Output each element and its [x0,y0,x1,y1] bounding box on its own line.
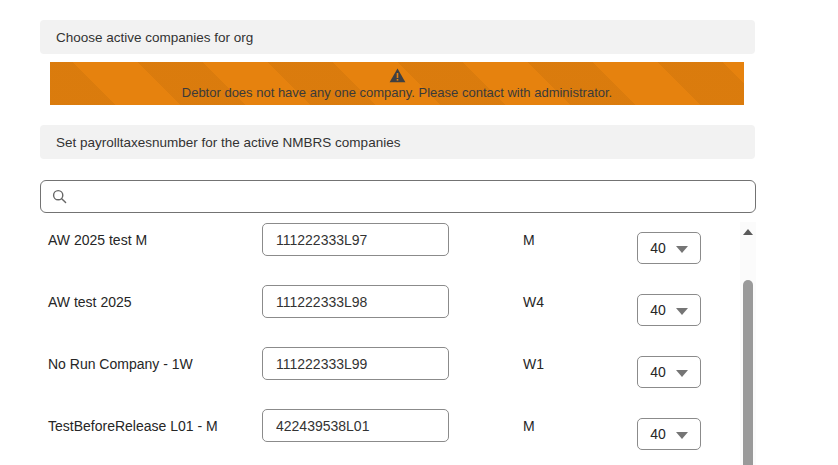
company-name: No Run Company - 1W [48,356,193,372]
warning-banner-text: Debtor does not have any one company. Pl… [182,85,612,100]
vertical-scrollbar[interactable] [740,222,756,465]
hours-dropdown[interactable]: 40 [637,294,701,326]
company-name: AW 2025 test M [48,232,147,248]
payroll-number-input[interactable] [262,409,449,442]
period-type-label: M [523,418,535,434]
chevron-down-icon [676,370,688,377]
company-row: AW 2025 test M M 40 [40,222,737,284]
company-name: TestBeforeRelease L01 - M [48,418,218,434]
section-header-choose-companies: Choose active companies for org [40,20,755,54]
warning-triangle-icon [389,68,406,83]
company-row: No Run Company - 1W W1 40 [40,346,737,408]
section-header-set-payroll: Set payrolltaxesnumber for the active NM… [40,125,755,159]
search-icon [52,189,67,204]
warning-banner: Debtor does not have any one company. Pl… [50,62,744,105]
scroll-up-arrow-icon[interactable] [743,229,753,235]
period-type-label: W4 [523,294,544,310]
chevron-down-icon [676,246,688,253]
payroll-number-input[interactable] [262,285,449,318]
search-input[interactable] [75,181,755,212]
company-row: TestBeforeRelease L01 - M M 40 [40,408,737,465]
period-type-label: W1 [523,356,544,372]
hours-dropdown[interactable]: 40 [637,418,701,450]
hours-value: 40 [650,302,666,318]
payroll-number-input[interactable] [262,347,449,380]
hours-value: 40 [650,240,666,256]
hours-dropdown[interactable]: 40 [637,356,701,388]
chevron-down-icon [676,308,688,315]
company-list: AW 2025 test M M 40 AW test 2025 W4 40 N… [40,222,756,465]
hours-value: 40 [650,426,666,442]
hours-value: 40 [650,364,666,380]
section-header-text: Choose active companies for org [56,30,253,45]
section-header-text: Set payrolltaxesnumber for the active NM… [56,135,400,150]
payroll-setup-panel: Choose active companies for org Debtor d… [0,0,838,465]
payroll-number-input[interactable] [262,223,449,256]
chevron-down-icon [676,432,688,439]
company-search-box[interactable] [40,180,756,213]
hours-dropdown[interactable]: 40 [637,232,701,264]
period-type-label: M [523,232,535,248]
scrollbar-thumb[interactable] [743,280,753,465]
company-row: AW test 2025 W4 40 [40,284,737,346]
company-name: AW test 2025 [48,294,132,310]
